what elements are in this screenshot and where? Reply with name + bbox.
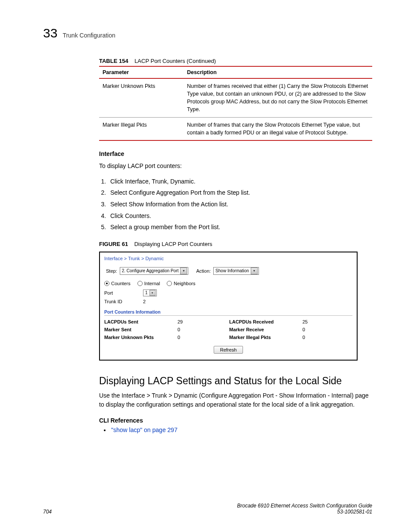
doc-title: Brocade 6910 Ethernet Access Switch Conf…	[237, 503, 372, 509]
chapter-title: Trunk Configuration	[62, 32, 115, 39]
list-item: "show lacp" on page 297	[110, 426, 372, 433]
action-value: Show Information	[215, 268, 249, 273]
chevron-down-icon: ▼	[180, 268, 187, 274]
trunk-value: 2	[143, 299, 146, 304]
list-item: Click Counters.	[108, 210, 372, 222]
table-caption: TABLE 154 LACP Port Counters (Continued)	[99, 58, 372, 64]
figure-caption: FIGURE 61 Displaying LACP Port Counters	[99, 241, 372, 247]
radio-neighbors[interactable]: Neighbors	[167, 281, 195, 286]
step-value: 2. Configure Aggregation Port	[122, 268, 179, 273]
port-label: Port	[104, 290, 126, 296]
controls-row: Step: 2. Configure Aggregation Port ▼ Ac…	[104, 267, 352, 275]
col-parameter: Parameter	[99, 66, 184, 78]
page-header: 33 Trunk Configuration	[43, 26, 372, 40]
desc-cell: Number of frames that carry the Slow Pro…	[184, 117, 372, 140]
section-heading: Displaying LACP Settings and Status for …	[99, 375, 372, 387]
list-item: Click Interface, Trunk, Dynamic.	[108, 176, 372, 187]
breadcrumb: Interface > Trunk > Dynamic	[104, 256, 352, 261]
figure-title: Displaying LACP Port Counters	[134, 241, 212, 247]
radio-counters[interactable]: Counters	[104, 281, 131, 286]
refresh-button[interactable]: Refresh	[214, 346, 243, 354]
doc-id: 53-1002581-01	[337, 509, 372, 515]
stat-value: 25	[302, 319, 328, 324]
list-item: Select a group member from the Port list…	[108, 221, 372, 233]
page-number: 704	[43, 509, 52, 515]
radio-label: Neighbors	[174, 281, 195, 286]
interface-heading: Interface	[99, 150, 372, 157]
desc-cell: Number of frames received that either (1…	[184, 78, 372, 117]
cli-heading: CLI References	[99, 417, 372, 424]
stat-label: LACPDUs Sent	[104, 319, 177, 324]
stat-label: Marker Illegal Pkts	[229, 335, 302, 340]
radio-icon	[167, 281, 172, 286]
radio-label: Internal	[144, 281, 160, 286]
trunk-label: Trunk ID	[104, 299, 126, 304]
table-label: TABLE 154	[99, 58, 128, 64]
stat-value: 0	[302, 335, 328, 340]
col-description: Description	[184, 66, 372, 78]
radio-icon	[104, 281, 109, 286]
steps-list: Click Interface, Trunk, Dynamic. Select …	[99, 176, 372, 233]
cli-link[interactable]: "show lacp" on page 297	[111, 426, 177, 433]
list-item: Select Configure Aggregation Port from t…	[108, 187, 372, 199]
table-title: LACP Port Counters (Continued)	[134, 58, 216, 64]
step-dropdown[interactable]: 2. Configure Aggregation Port ▼	[120, 267, 189, 275]
pci-heading: Port Counters Information	[104, 309, 352, 316]
port-dropdown[interactable]: 1 ▼	[143, 289, 157, 296]
chevron-down-icon: ▼	[149, 290, 156, 296]
trunk-row: Trunk ID 2	[104, 299, 352, 304]
stat-label: Marker Sent	[104, 327, 177, 332]
param-cell: Marker Illegal Pkts	[99, 117, 184, 140]
stat-label: LACPDUs Received	[229, 319, 302, 324]
stat-value: 0	[177, 335, 229, 340]
radio-label: Counters	[111, 281, 131, 286]
interface-intro: To display LACP port counters:	[99, 162, 372, 171]
param-cell: Marker Unknown Pkts	[99, 78, 184, 117]
step-label: Step:	[106, 268, 117, 274]
action-label: Action:	[196, 268, 211, 274]
stats-grid: LACPDUs Sent 29 LACPDUs Received 25 Mark…	[104, 319, 352, 340]
port-value: 1	[145, 290, 148, 295]
cli-list: "show lacp" on page 297	[99, 426, 372, 433]
page-footer: 704 Brocade 6910 Ethernet Access Switch …	[43, 503, 372, 515]
table-row: Marker Illegal Pkts Number of frames tha…	[99, 117, 372, 140]
stat-value: 29	[177, 319, 229, 324]
action-dropdown[interactable]: Show Information ▼	[213, 267, 259, 275]
stat-label: Marker Receive	[229, 327, 302, 332]
port-row: Port 1 ▼	[104, 289, 352, 296]
stat-label: Marker Unknown Pkts	[104, 335, 177, 340]
list-item: Select Show Information from the Action …	[108, 199, 372, 210]
chevron-down-icon: ▼	[251, 268, 258, 274]
stat-value: 0	[302, 327, 328, 332]
figure-panel: Interface > Trunk > Dynamic Step: 2. Con…	[99, 252, 358, 361]
stat-value: 0	[177, 327, 229, 332]
figure-label: FIGURE 61	[99, 241, 128, 247]
radio-internal[interactable]: Internal	[137, 281, 160, 286]
radio-row: Counters Internal Neighbors	[104, 281, 352, 286]
table-row: Marker Unknown Pkts Number of frames rec…	[99, 78, 372, 117]
radio-icon	[137, 281, 143, 286]
section-body: Use the Interface > Trunk > Dynamic (Con…	[99, 391, 372, 409]
chapter-number: 33	[43, 26, 57, 40]
lacp-counters-table: Parameter Description Marker Unknown Pkt…	[99, 66, 372, 141]
